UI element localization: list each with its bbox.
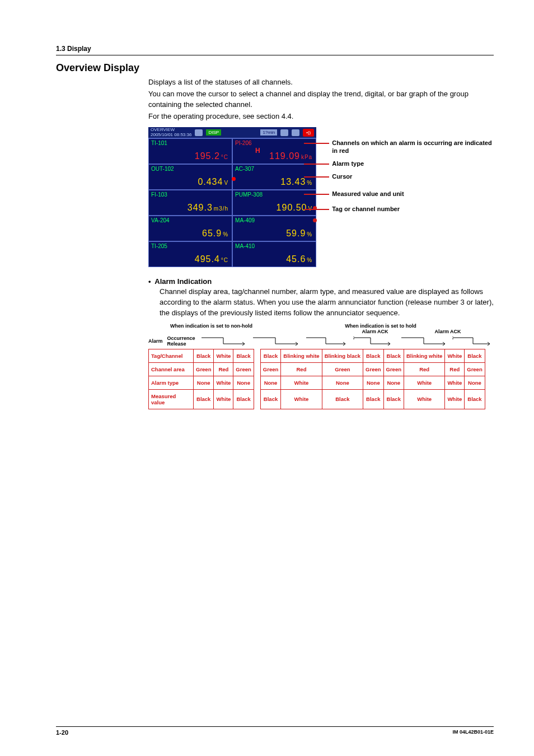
channel-tag: TI-205	[151, 243, 167, 249]
channel-value: 495.4°C	[195, 254, 228, 264]
disp-badge: DISP	[206, 129, 221, 136]
overview-screenshot-wrap: OVERVIEW 2005/10/01 08:53:36 DISP 1?min …	[148, 127, 494, 267]
cell: Green	[465, 362, 485, 376]
cell: Green	[383, 362, 404, 376]
bullet-icon: •	[148, 277, 151, 286]
rowlbl-atype: Alarm type	[149, 376, 194, 389]
cell: White	[445, 376, 465, 389]
channel-cell-ti101: TI-101 195.2°C	[148, 138, 232, 164]
cell: Red	[404, 362, 445, 376]
intro-line-3: For the operating procedure, see section…	[148, 111, 494, 122]
cell: Black	[233, 349, 254, 362]
doc-number: IM 04L42B01-01E	[452, 729, 494, 736]
rate-badge: 1?min	[260, 129, 277, 136]
cursor-indicator	[232, 177, 236, 181]
channel-alarm-type: H	[255, 147, 260, 155]
channel-value: 59.9%	[286, 228, 312, 239]
table-row-tag: Tag/Channel Black White Black Black Blin…	[149, 349, 485, 362]
table-header-ack-1: Alarm ACK	[339, 329, 411, 334]
channel-cell-pi206: PI-206 H 119.09kPa	[232, 138, 316, 164]
label-occurrence: Occurrence	[167, 335, 195, 341]
tag-indicator	[313, 218, 317, 222]
channel-tag: TI-101	[151, 140, 167, 146]
alarm-indication-table: Tag/Channel Black White Black Black Blin…	[148, 349, 485, 409]
table-header-ack-2: Alarm ACK	[411, 329, 484, 334]
cell: Green	[233, 362, 254, 376]
intro-block: Displays a list of the statuses of all c…	[148, 77, 494, 122]
refresh-icon	[280, 129, 288, 136]
channel-tag: FI-103	[151, 192, 167, 198]
cell: Red	[214, 362, 233, 376]
intro-line-2: You can move the cursor to select a chan…	[148, 89, 494, 110]
cell: Blinking white	[281, 349, 322, 362]
cell: White	[214, 389, 233, 409]
callout-cursor: Cursor	[332, 173, 352, 180]
channel-value: 190.50V	[277, 203, 313, 213]
page-footer: 1-20 IM 04L42B01-01E	[56, 726, 494, 736]
channel-tag: AC-307	[235, 166, 254, 172]
cell: Black	[260, 389, 280, 409]
channel-cell-ma410: MA-410 45.6%	[232, 241, 316, 267]
disk-icon	[195, 129, 203, 136]
table-header-hold: When indication is set to hold	[274, 323, 487, 329]
cell: Green	[322, 362, 363, 376]
section-breadcrumb: 1.3 Display	[56, 45, 494, 55]
cell: Black	[383, 389, 404, 409]
cell: White	[445, 349, 465, 362]
grid-icon	[292, 129, 299, 136]
cell: None	[260, 376, 280, 389]
cell: Green	[194, 362, 214, 376]
cell: Blinking white	[404, 349, 445, 362]
cell: White	[404, 389, 445, 409]
screenshot-title: OVERVIEW	[151, 128, 191, 132]
state-arrows	[200, 336, 491, 346]
cell: None	[383, 376, 404, 389]
cell: None	[465, 376, 485, 389]
cell: Green	[363, 362, 383, 376]
cell: None	[233, 376, 254, 389]
channel-tag: PI-206	[235, 140, 251, 146]
channel-tag: MA-409	[235, 217, 255, 223]
overview-screenshot: OVERVIEW 2005/10/01 08:53:36 DISP 1?min …	[148, 127, 316, 267]
channel-cell-ti205: TI-205 495.4°C	[148, 241, 232, 267]
channel-value: 13.43%	[280, 177, 312, 187]
cell: White	[214, 376, 233, 389]
cell: None	[363, 376, 383, 389]
channel-cell-out102: OUT-102 0.434V	[148, 164, 232, 190]
cell: Black	[233, 389, 254, 409]
channel-value: 195.2°C	[195, 151, 228, 161]
channel-tag: PUMP-308	[235, 192, 263, 198]
channel-value: 65.9%	[202, 228, 228, 239]
cell: Black	[465, 389, 485, 409]
cell: White	[281, 376, 322, 389]
cell: Black	[383, 349, 404, 362]
channel-tag: MA-410	[235, 243, 255, 249]
callout-alarm-type: Alarm type	[332, 160, 364, 167]
cell: None	[194, 376, 214, 389]
table-row-alarm-type: Alarm type None White None None White No…	[149, 376, 485, 389]
label-alarm: Alarm	[148, 338, 163, 344]
channel-cell-ma409: MA-409 59.9%	[232, 216, 316, 241]
cell: White	[404, 376, 445, 389]
cell: Black	[194, 389, 214, 409]
screenshot-titlebar: OVERVIEW 2005/10/01 08:53:36 DISP 1?min …	[148, 127, 316, 138]
page-title: Overview Display	[56, 62, 494, 74]
channel-cell-va204: VA-204 65.9%	[148, 216, 232, 241]
alarm-indication-body: Channel display area, tag/channel number…	[160, 287, 494, 319]
cell: Red	[445, 362, 465, 376]
rowlbl-tag: Tag/Channel	[149, 349, 194, 362]
channel-cell-fi103: FI-103 349.3m3/h	[148, 190, 232, 216]
alarm-icon: •))	[303, 129, 314, 137]
table-row-area: Channel area Green Red Green Green Red G…	[149, 362, 485, 376]
channel-value: 45.6%	[286, 254, 312, 264]
table-header-nonhold: When indication is set to non-hold	[148, 323, 274, 329]
channel-tag: VA-204	[151, 217, 170, 223]
page-number: 1-20	[56, 729, 68, 736]
channel-value: 119.09kPa	[269, 151, 312, 161]
screenshot-datetime: 2005/10/01 08:53:36	[151, 132, 191, 137]
cell: None	[322, 376, 363, 389]
cell: Red	[281, 362, 322, 376]
label-release: Release	[167, 341, 195, 347]
rowlbl-mval: Measured value	[149, 389, 194, 409]
callouts-list: Channels on which an alarm is occurring …	[326, 127, 494, 267]
